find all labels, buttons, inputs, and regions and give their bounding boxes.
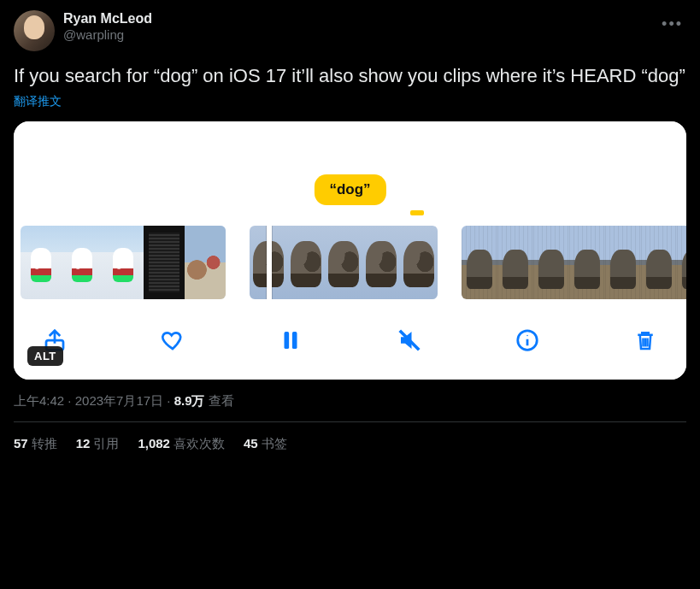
thumbnail bbox=[287, 226, 325, 299]
avatar[interactable] bbox=[14, 10, 55, 51]
thumbnail bbox=[641, 226, 677, 299]
mute-icon[interactable] bbox=[394, 325, 425, 356]
tweet-header: Ryan McLeod @warpling ••• bbox=[14, 10, 686, 51]
heart-icon[interactable] bbox=[157, 325, 188, 356]
tweet-container: Ryan McLeod @warpling ••• If you search … bbox=[0, 0, 700, 466]
media-card[interactable]: “dog” bbox=[14, 121, 686, 380]
thumbnail bbox=[569, 226, 605, 299]
views-count: 8.9万 bbox=[174, 393, 205, 408]
thumbnail bbox=[144, 226, 185, 299]
thumbnail bbox=[325, 226, 362, 299]
thumbnail bbox=[462, 226, 497, 299]
views-label: 查看 bbox=[205, 393, 234, 408]
trash-icon[interactable] bbox=[630, 325, 661, 356]
bookmarks-stat[interactable]: 45书签 bbox=[244, 436, 287, 452]
thumbnail bbox=[605, 226, 641, 299]
thumbnail bbox=[362, 226, 400, 299]
search-pill: “dog” bbox=[314, 174, 385, 205]
svg-rect-2 bbox=[292, 332, 297, 349]
thumbnail bbox=[533, 226, 569, 299]
thumbnail bbox=[103, 226, 144, 299]
likes-stat[interactable]: 1,082喜欢次数 bbox=[138, 436, 225, 452]
svg-point-6 bbox=[526, 334, 528, 336]
thumbnail bbox=[497, 226, 533, 299]
meta-line: 上午4:42 · 2023年7月17日 · 8.9万 查看 bbox=[14, 393, 686, 409]
info-icon[interactable] bbox=[512, 325, 543, 356]
timestamp[interactable]: 上午4:42 bbox=[14, 393, 64, 408]
translate-link[interactable]: 翻译推文 bbox=[14, 94, 686, 109]
media-top: “dog” bbox=[14, 121, 686, 200]
thumbnail bbox=[21, 226, 62, 299]
pause-icon[interactable] bbox=[275, 325, 306, 356]
author-block[interactable]: Ryan McLeod @warpling bbox=[63, 10, 152, 44]
playhead[interactable] bbox=[267, 226, 272, 299]
clip-2[interactable] bbox=[250, 226, 438, 299]
display-name: Ryan McLeod bbox=[63, 10, 152, 27]
retweets-stat[interactable]: 57转推 bbox=[14, 436, 57, 452]
filmstrip[interactable] bbox=[14, 200, 686, 309]
media-controls bbox=[14, 309, 686, 380]
stats-row: 57转推 12引用 1,082喜欢次数 45书签 bbox=[14, 422, 686, 456]
clip-3[interactable] bbox=[462, 226, 686, 299]
quotes-stat[interactable]: 12引用 bbox=[76, 436, 120, 452]
thumbnail bbox=[677, 226, 686, 299]
more-icon[interactable]: ••• bbox=[658, 12, 686, 37]
playhead-marker bbox=[410, 210, 424, 215]
date[interactable]: 2023年7月17日 bbox=[75, 393, 163, 408]
svg-rect-1 bbox=[285, 332, 290, 349]
alt-badge[interactable]: ALT bbox=[27, 346, 63, 366]
thumbnail bbox=[400, 226, 438, 299]
thumbnail bbox=[185, 226, 226, 299]
handle: @warpling bbox=[63, 27, 152, 44]
clip-1[interactable] bbox=[21, 226, 226, 299]
thumbnail bbox=[62, 226, 103, 299]
tweet-text: If you search for “dog” on iOS 17 it’ll … bbox=[14, 63, 686, 89]
